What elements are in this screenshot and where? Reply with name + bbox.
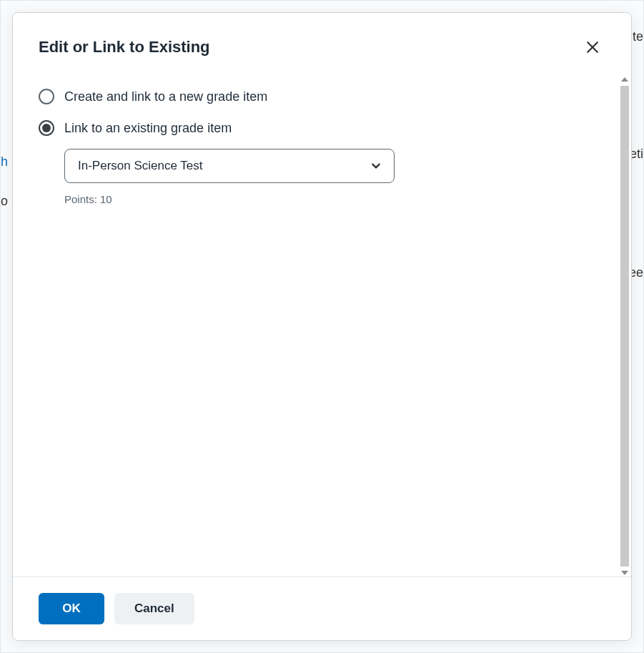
points-label: Points: 10 (64, 193, 593, 205)
grade-item-selected-value: In-Person Science Test (78, 159, 203, 173)
scroll-thumb[interactable] (620, 86, 629, 566)
close-button[interactable] (580, 34, 605, 60)
bg-fragment: te (633, 29, 643, 44)
close-icon (586, 41, 599, 54)
radio-icon (39, 89, 54, 104)
bg-fragment: o (1, 194, 8, 209)
chevron-down-icon (371, 161, 381, 171)
grade-item-radio-group: Create and link to a new grade item Link… (39, 89, 593, 205)
scroll-down-icon (621, 571, 628, 575)
cancel-button[interactable]: Cancel (114, 593, 194, 624)
ok-button[interactable]: OK (39, 593, 104, 624)
modal-body: Create and link to a new grade item Link… (13, 76, 618, 576)
scrollbar[interactable] (618, 76, 631, 576)
modal-body-wrap: Create and link to a new grade item Link… (13, 76, 631, 576)
existing-option-body: In-Person Science Test Points: 10 (64, 149, 593, 205)
link-existing-grade-item-option[interactable]: Link to an existing grade item (39, 120, 593, 136)
create-option-label: Create and link to a new grade item (64, 89, 267, 104)
modal-header: Edit or Link to Existing (13, 13, 631, 60)
modal-title: Edit or Link to Existing (39, 38, 210, 57)
existing-option-label: Link to an existing grade item (64, 121, 232, 136)
create-grade-item-option[interactable]: Create and link to a new grade item (39, 89, 593, 104)
bg-fragment: h (1, 154, 8, 170)
grade-item-select[interactable]: In-Person Science Test (64, 149, 395, 183)
radio-icon (39, 120, 54, 136)
modal-footer: OK Cancel (13, 576, 631, 640)
edit-link-modal: Edit or Link to Existing Create and link… (12, 12, 632, 641)
scroll-up-icon (621, 77, 628, 82)
